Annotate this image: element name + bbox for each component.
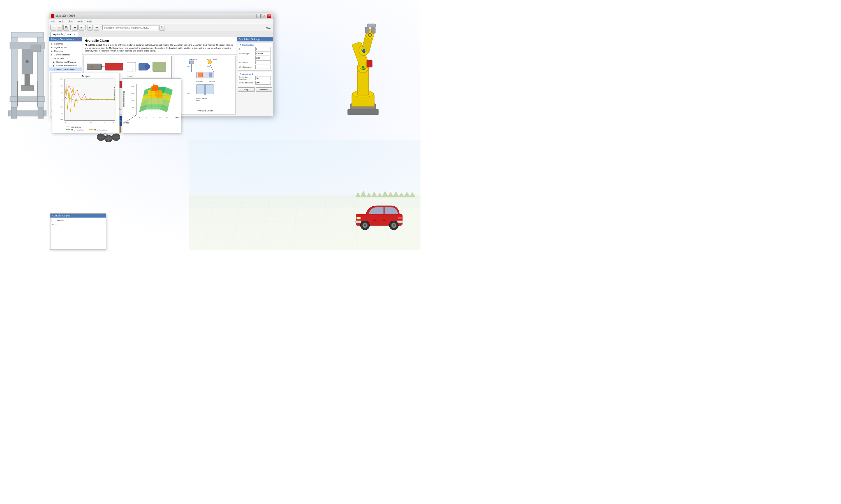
menu-help[interactable]: Help	[86, 20, 93, 23]
verbose-checkbox[interactable]	[52, 219, 55, 222]
svg-text:1.2: 1.2	[145, 116, 147, 118]
console-output: Simul...	[52, 223, 105, 226]
library-pin-icon: 📌	[78, 38, 81, 41]
open-button[interactable]: 📂	[57, 25, 63, 31]
chevron-right-icon-3: ▶	[51, 54, 53, 56]
svg-rect-236	[356, 221, 361, 223]
step-sim-button[interactable]: Step	[238, 87, 255, 92]
svg-text:0.2: 0.2	[127, 120, 130, 122]
model-desc-label: About this model:	[85, 44, 103, 46]
svg-text:'Motor2 shaft'.tau: 'Motor2 shaft'.tau	[94, 129, 107, 131]
svg-text:-600: -600	[60, 119, 64, 121]
svg-rect-196	[372, 27, 375, 33]
svg-text:-200: -200	[60, 106, 64, 108]
tab-close-icon[interactable]: ✕	[73, 33, 75, 36]
sim-value-event[interactable]: 100	[255, 80, 271, 85]
sim-value-snapshot[interactable]	[255, 65, 271, 69]
sim-label-plot-points: Plot Points	[239, 61, 255, 64]
tree-item-signal-blocks[interactable]: ▶ Signal Blocks	[49, 46, 82, 49]
svg-rect-63	[189, 61, 194, 64]
tree-item-electrical[interactable]: ▶ Electrical	[49, 49, 82, 53]
search-input[interactable]	[102, 25, 158, 30]
step-button[interactable]: 10	[93, 25, 99, 31]
sim-row-event: Event Iterations 100	[239, 80, 271, 85]
sim-advanced-title: ▼ Advanced	[239, 73, 271, 75]
close-button[interactable]: ✕	[267, 14, 271, 18]
sim-section-advanced: ▼ Advanced Projection Iterations 50 Even…	[238, 72, 272, 86]
svg-point-56	[101, 66, 102, 68]
tree-item-forces-moments[interactable]: ▶ Forces and Moments	[49, 64, 82, 68]
sim-value-t0[interactable]: 0	[255, 47, 271, 51]
svg-rect-68	[198, 73, 203, 77]
sim-buttons: Step Maximum	[238, 87, 272, 92]
svg-line-78	[210, 64, 214, 72]
sim-section-title: ▼ Simulation	[239, 44, 271, 46]
maximum-sim-button[interactable]: Maximum	[256, 87, 272, 92]
svg-rect-241	[373, 220, 376, 221]
menu-file[interactable]: File	[50, 20, 56, 23]
svg-text:m³/s: m³/s	[188, 66, 191, 67]
svg-rect-195	[365, 27, 369, 33]
svg-text:m³/s: m³/s	[188, 93, 191, 94]
svg-rect-200	[367, 60, 372, 67]
chevron-down-icon: ▶	[51, 43, 53, 45]
svg-text:20: 20	[113, 122, 114, 123]
svg-text:BQFlow: BQFlow	[196, 80, 203, 82]
torque-plot-title: Torque	[82, 75, 90, 77]
svg-rect-73	[204, 84, 206, 95]
tree-item-1d-mechanical[interactable]: ▶ 1-D Mechanical	[49, 53, 82, 57]
svg-point-248	[393, 224, 395, 227]
window-titlebar: MapleSim 2016 ─ □ ✕	[49, 13, 273, 19]
app-logo	[51, 14, 54, 18]
svg-rect-239	[398, 217, 402, 219]
sim-value-solver[interactable]: Variable	[255, 52, 271, 55]
svg-rect-237	[397, 221, 403, 223]
torque-plot: Torque 1200 800 400 0 -200 -400 -600 0 5…	[52, 73, 119, 133]
maximize-button[interactable]: □	[261, 14, 266, 18]
svg-text:'Motor1 shaft'.tau: 'Motor1 shaft'.tau	[71, 129, 84, 131]
svg-text:-400: -400	[60, 113, 64, 115]
menu-view[interactable]: View	[67, 20, 74, 23]
chevron-right-icon: ▶	[51, 47, 53, 49]
toolbar-separator-1	[70, 25, 71, 30]
robot-arm-image	[322, 17, 404, 123]
undo-button[interactable]: ↩	[72, 25, 78, 31]
redo-button[interactable]: ↪	[79, 25, 84, 31]
new-button[interactable]: 📄	[50, 25, 56, 31]
run-button[interactable]: ▶	[87, 25, 93, 31]
save-button[interactable]: 💾	[63, 25, 69, 31]
svg-rect-5	[11, 32, 44, 37]
tree-item-joints-motions[interactable]: ▼ Joints and Motions	[49, 68, 82, 71]
tree-item-bodies-frames[interactable]: ▶ Bodies and Frames	[49, 60, 82, 64]
svg-text:HydroCylinder: HydroCylinder	[196, 97, 207, 99]
zoom-level: 100%	[264, 27, 271, 30]
menu-tools[interactable]: Tools	[76, 20, 84, 23]
diagram-right-label: Hydraulic Circuit	[197, 109, 213, 112]
svg-rect-11	[21, 85, 34, 91]
window-controls[interactable]: ─ □ ✕	[256, 14, 271, 18]
svg-text:0.8: 0.8	[159, 116, 161, 118]
terrain-background	[189, 139, 420, 252]
tab-hydraulic-clamp[interactable]: Hydraulic_Clamp ✕	[50, 32, 78, 37]
sim-value-projection[interactable]: 50	[255, 76, 271, 80]
menu-edit[interactable]: Edit	[58, 20, 65, 23]
tree-item-favorites[interactable]: ▶ Favorites	[49, 42, 82, 46]
minimize-button[interactable]: ─	[256, 14, 261, 18]
svg-text:Piston: Piston	[127, 75, 132, 77]
sim-value-solver-type[interactable]: CKA	[255, 56, 271, 60]
sim-label-event: Event Iterations	[239, 82, 255, 84]
sim-value-plot-points[interactable]	[255, 60, 271, 65]
sim-row-plot-points: Plot Points	[239, 60, 271, 65]
sim-row-snapshot: Use Snapshot	[239, 65, 271, 69]
sim-label-t0: t₀	[239, 48, 255, 50]
svg-text:m³/s: m³/s	[207, 66, 210, 67]
search-button[interactable]: 🔍	[159, 25, 165, 31]
svg-rect-43	[87, 64, 102, 70]
tree-item-multibody[interactable]: ▼ Multibody	[49, 57, 82, 60]
svg-rect-194	[367, 24, 376, 27]
car-image	[353, 202, 405, 230]
sim-label-snapshot: Use Snapshot	[239, 66, 255, 68]
svg-text:50: 50	[132, 107, 134, 108]
toolbar-separator-3	[101, 25, 101, 30]
verbose-label: Verbose	[56, 219, 64, 221]
